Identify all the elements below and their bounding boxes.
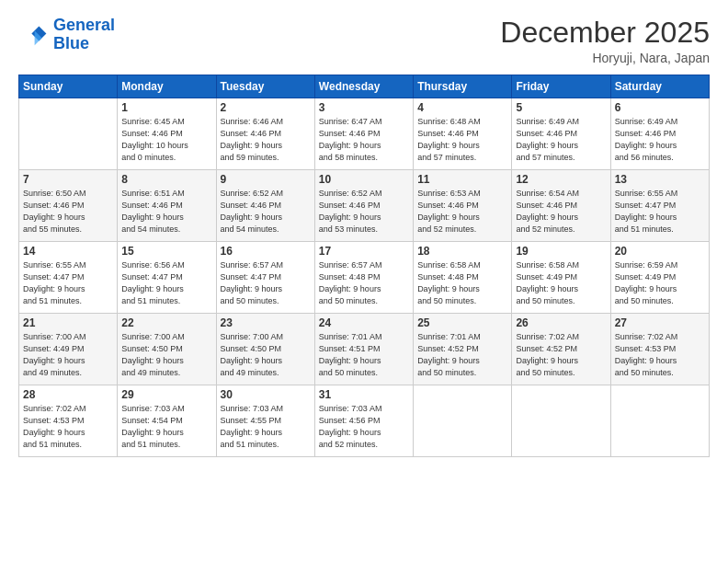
day-info: Sunrise: 6:50 AM Sunset: 4:46 PM Dayligh… xyxy=(23,188,113,236)
calendar-cell: 25Sunrise: 7:01 AM Sunset: 4:52 PM Dayli… xyxy=(414,314,512,385)
calendar-cell: 31Sunrise: 7:03 AM Sunset: 4:56 PM Dayli… xyxy=(314,385,413,457)
day-info: Sunrise: 7:03 AM Sunset: 4:56 PM Dayligh… xyxy=(319,403,409,451)
calendar-cell: 5Sunrise: 6:49 AM Sunset: 4:46 PM Daylig… xyxy=(512,98,610,170)
calendar-table: SundayMondayTuesdayWednesdayThursdayFrid… xyxy=(18,75,710,457)
title-area: December 2025 Horyuji, Nara, Japan xyxy=(500,17,710,65)
day-header-monday: Monday xyxy=(118,75,216,98)
day-number: 1 xyxy=(121,101,211,114)
calendar-cell: 27Sunrise: 7:02 AM Sunset: 4:53 PM Dayli… xyxy=(610,314,709,385)
day-info: Sunrise: 6:55 AM Sunset: 4:47 PM Dayligh… xyxy=(23,259,113,307)
day-number: 14 xyxy=(23,245,113,258)
day-info: Sunrise: 6:57 AM Sunset: 4:47 PM Dayligh… xyxy=(221,259,311,307)
calendar-cell: 23Sunrise: 7:00 AM Sunset: 4:50 PM Dayli… xyxy=(216,314,314,385)
calendar-cell: 26Sunrise: 7:02 AM Sunset: 4:52 PM Dayli… xyxy=(512,314,610,385)
calendar-cell: 24Sunrise: 7:01 AM Sunset: 4:51 PM Dayli… xyxy=(314,314,413,385)
day-info: Sunrise: 6:48 AM Sunset: 4:46 PM Dayligh… xyxy=(417,116,507,164)
day-info: Sunrise: 6:45 AM Sunset: 4:46 PM Dayligh… xyxy=(121,116,211,164)
calendar-cell: 30Sunrise: 7:03 AM Sunset: 4:55 PM Dayli… xyxy=(216,385,314,457)
day-info: Sunrise: 7:00 AM Sunset: 4:50 PM Dayligh… xyxy=(121,331,211,379)
calendar-cell: 14Sunrise: 6:55 AM Sunset: 4:47 PM Dayli… xyxy=(19,242,118,314)
calendar-cell: 22Sunrise: 7:00 AM Sunset: 4:50 PM Dayli… xyxy=(118,314,216,385)
week-row-3: 14Sunrise: 6:55 AM Sunset: 4:47 PM Dayli… xyxy=(19,242,710,314)
day-info: Sunrise: 7:01 AM Sunset: 4:52 PM Dayligh… xyxy=(417,331,507,379)
calendar-cell: 20Sunrise: 6:59 AM Sunset: 4:49 PM Dayli… xyxy=(610,242,709,314)
day-number: 23 xyxy=(221,316,311,329)
day-number: 3 xyxy=(319,101,409,114)
logo-text: General Blue xyxy=(53,17,115,53)
calendar-cell: 7Sunrise: 6:50 AM Sunset: 4:46 PM Daylig… xyxy=(19,170,118,242)
day-number: 30 xyxy=(221,388,311,401)
day-number: 2 xyxy=(221,101,311,114)
day-number: 9 xyxy=(221,173,311,186)
day-info: Sunrise: 6:56 AM Sunset: 4:47 PM Dayligh… xyxy=(121,259,211,307)
week-row-1: 1Sunrise: 6:45 AM Sunset: 4:46 PM Daylig… xyxy=(19,98,710,170)
day-info: Sunrise: 6:57 AM Sunset: 4:48 PM Dayligh… xyxy=(319,259,409,307)
calendar-cell: 19Sunrise: 6:58 AM Sunset: 4:49 PM Dayli… xyxy=(512,242,610,314)
day-info: Sunrise: 6:54 AM Sunset: 4:46 PM Dayligh… xyxy=(516,188,606,236)
day-info: Sunrise: 6:52 AM Sunset: 4:46 PM Dayligh… xyxy=(319,188,409,236)
logo-icon xyxy=(18,20,48,50)
week-row-4: 21Sunrise: 7:00 AM Sunset: 4:49 PM Dayli… xyxy=(19,314,710,385)
day-header-sunday: Sunday xyxy=(19,75,118,98)
calendar-cell: 12Sunrise: 6:54 AM Sunset: 4:46 PM Dayli… xyxy=(512,170,610,242)
day-number: 18 xyxy=(417,245,507,258)
day-number: 26 xyxy=(516,316,606,329)
calendar-cell: 6Sunrise: 6:49 AM Sunset: 4:46 PM Daylig… xyxy=(610,98,709,170)
day-info: Sunrise: 6:49 AM Sunset: 4:46 PM Dayligh… xyxy=(516,116,606,164)
calendar-cell: 13Sunrise: 6:55 AM Sunset: 4:47 PM Dayli… xyxy=(610,170,709,242)
day-info: Sunrise: 6:58 AM Sunset: 4:49 PM Dayligh… xyxy=(516,259,606,307)
day-number: 19 xyxy=(516,245,606,258)
day-info: Sunrise: 6:55 AM Sunset: 4:47 PM Dayligh… xyxy=(615,188,705,236)
day-number: 28 xyxy=(23,388,113,401)
day-number: 7 xyxy=(23,173,113,186)
calendar-cell: 17Sunrise: 6:57 AM Sunset: 4:48 PM Dayli… xyxy=(314,242,413,314)
calendar-cell xyxy=(512,385,610,457)
header: General Blue December 2025 Horyuji, Nara… xyxy=(18,17,710,65)
day-number: 6 xyxy=(615,101,705,114)
page: General Blue December 2025 Horyuji, Nara… xyxy=(0,0,728,563)
calendar-cell: 28Sunrise: 7:02 AM Sunset: 4:53 PM Dayli… xyxy=(19,385,118,457)
day-info: Sunrise: 7:02 AM Sunset: 4:52 PM Dayligh… xyxy=(516,331,606,379)
day-number: 4 xyxy=(417,101,507,114)
calendar-cell: 1Sunrise: 6:45 AM Sunset: 4:46 PM Daylig… xyxy=(118,98,216,170)
calendar-cell: 10Sunrise: 6:52 AM Sunset: 4:46 PM Dayli… xyxy=(314,170,413,242)
day-number: 17 xyxy=(319,245,409,258)
day-info: Sunrise: 6:46 AM Sunset: 4:46 PM Dayligh… xyxy=(221,116,311,164)
calendar-cell: 4Sunrise: 6:48 AM Sunset: 4:46 PM Daylig… xyxy=(414,98,512,170)
month-title: December 2025 xyxy=(500,17,710,49)
day-number: 22 xyxy=(121,316,211,329)
day-number: 5 xyxy=(516,101,606,114)
day-number: 10 xyxy=(319,173,409,186)
day-number: 25 xyxy=(417,316,507,329)
day-header-friday: Friday xyxy=(512,75,610,98)
calendar-cell xyxy=(19,98,118,170)
day-number: 27 xyxy=(615,316,705,329)
day-number: 31 xyxy=(319,388,409,401)
logo: General Blue xyxy=(18,17,115,53)
day-info: Sunrise: 7:00 AM Sunset: 4:49 PM Dayligh… xyxy=(23,331,113,379)
day-number: 13 xyxy=(615,173,705,186)
day-number: 11 xyxy=(417,173,507,186)
day-info: Sunrise: 6:53 AM Sunset: 4:46 PM Dayligh… xyxy=(417,188,507,236)
day-info: Sunrise: 6:51 AM Sunset: 4:46 PM Dayligh… xyxy=(121,188,211,236)
location: Horyuji, Nara, Japan xyxy=(500,51,710,65)
calendar-cell: 29Sunrise: 7:03 AM Sunset: 4:54 PM Dayli… xyxy=(118,385,216,457)
day-number: 21 xyxy=(23,316,113,329)
day-info: Sunrise: 6:52 AM Sunset: 4:46 PM Dayligh… xyxy=(221,188,311,236)
calendar-cell: 9Sunrise: 6:52 AM Sunset: 4:46 PM Daylig… xyxy=(216,170,314,242)
day-info: Sunrise: 6:49 AM Sunset: 4:46 PM Dayligh… xyxy=(615,116,705,164)
calendar-cell xyxy=(414,385,512,457)
calendar-cell: 3Sunrise: 6:47 AM Sunset: 4:46 PM Daylig… xyxy=(314,98,413,170)
calendar-cell: 2Sunrise: 6:46 AM Sunset: 4:46 PM Daylig… xyxy=(216,98,314,170)
day-info: Sunrise: 7:02 AM Sunset: 4:53 PM Dayligh… xyxy=(615,331,705,379)
day-number: 20 xyxy=(615,245,705,258)
calendar-cell: 16Sunrise: 6:57 AM Sunset: 4:47 PM Dayli… xyxy=(216,242,314,314)
day-info: Sunrise: 6:59 AM Sunset: 4:49 PM Dayligh… xyxy=(615,259,705,307)
day-number: 15 xyxy=(121,245,211,258)
calendar-cell: 18Sunrise: 6:58 AM Sunset: 4:48 PM Dayli… xyxy=(414,242,512,314)
week-row-5: 28Sunrise: 7:02 AM Sunset: 4:53 PM Dayli… xyxy=(19,385,710,457)
day-number: 12 xyxy=(516,173,606,186)
day-number: 29 xyxy=(121,388,211,401)
header-row: SundayMondayTuesdayWednesdayThursdayFrid… xyxy=(19,75,710,98)
day-number: 8 xyxy=(121,173,211,186)
